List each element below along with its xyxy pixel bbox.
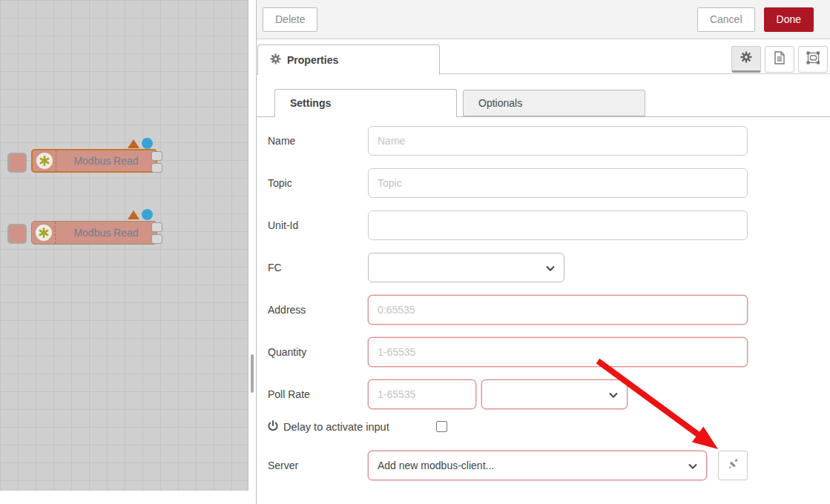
node-output-port-1[interactable] xyxy=(151,151,162,161)
topic-row: Topic xyxy=(257,168,830,198)
tray-resize-grip[interactable] xyxy=(251,354,254,393)
node-changed-dot-icon xyxy=(142,209,153,220)
cancel-button[interactable]: Cancel xyxy=(697,7,755,32)
fc-label: FC xyxy=(268,253,282,282)
server-label: Server xyxy=(268,451,298,480)
quantity-label: Quantity xyxy=(268,337,306,367)
edit-tray: Delete Cancel Done Properties xyxy=(256,0,830,504)
edit-server-button[interactable] xyxy=(718,451,748,480)
quantity-row: Quantity xyxy=(257,337,830,367)
node-icon-strip xyxy=(33,150,56,171)
gear-icon xyxy=(270,53,281,67)
modbus-read-node-1[interactable]: Modbus Read xyxy=(31,149,157,173)
address-row: Address xyxy=(257,295,830,325)
name-row: Name xyxy=(257,126,830,156)
edit-appearance-button[interactable] xyxy=(798,46,828,73)
server-row: Server Add new modbus-client... xyxy=(257,451,830,480)
chevron-down-icon xyxy=(609,388,618,400)
tab-settings[interactable]: Settings xyxy=(274,89,457,117)
edit-properties-button[interactable] xyxy=(731,46,761,73)
node-label: Modbus Read xyxy=(56,155,156,167)
delay-label-text: Delay to activate input xyxy=(283,421,389,433)
poll-rate-unit-select[interactable] xyxy=(481,379,628,409)
name-input[interactable] xyxy=(368,126,748,156)
poll-rate-row: Poll Rate xyxy=(257,379,830,409)
node-icon-strip xyxy=(32,222,56,244)
name-label: Name xyxy=(268,126,295,156)
delay-row: Delay to activate input xyxy=(257,420,830,434)
properties-tab-label: Properties xyxy=(287,54,338,66)
node-label: Modbus Read xyxy=(56,227,157,239)
modbus-node-icon xyxy=(36,225,52,241)
modbus-node-icon xyxy=(36,153,53,169)
fc-row: FC xyxy=(257,253,830,282)
editor-sub-tabs: Settings Optionals xyxy=(257,89,830,117)
poll-rate-label: Poll Rate xyxy=(268,379,310,409)
node-changed-dot-icon xyxy=(142,138,153,149)
tab-optionals[interactable]: Optionals xyxy=(463,90,645,116)
topic-input[interactable] xyxy=(368,168,748,198)
quantity-input[interactable] xyxy=(368,337,748,367)
server-select-value: Add new modbus-client... xyxy=(378,460,494,471)
server-select[interactable]: Add new modbus-client... xyxy=(368,451,707,480)
node-error-triangle-icon xyxy=(128,139,139,148)
address-label: Address xyxy=(268,295,306,325)
edit-description-button[interactable] xyxy=(765,46,794,73)
delete-button[interactable]: Delete xyxy=(263,7,317,32)
delay-checkbox[interactable] xyxy=(436,421,447,432)
address-input[interactable] xyxy=(368,295,748,325)
flow-canvas[interactable]: Modbus Read Modbus Read xyxy=(0,0,248,491)
properties-tab-bar: Properties xyxy=(257,39,830,74)
unit-id-label: Unit-Id xyxy=(268,210,298,240)
document-icon xyxy=(774,51,785,67)
node-left-button[interactable] xyxy=(7,153,27,173)
gear-icon xyxy=(740,51,752,66)
tab-properties[interactable]: Properties xyxy=(257,44,440,75)
pencil-icon xyxy=(728,459,739,473)
tray-icon-buttons xyxy=(731,46,828,73)
tray-toolbar: Delete Cancel Done xyxy=(257,0,830,39)
topic-label: Topic xyxy=(268,168,292,198)
chevron-down-icon xyxy=(546,262,555,273)
unit-id-row: Unit-Id xyxy=(257,210,830,240)
node-appearance-icon xyxy=(806,51,820,67)
chevron-down-icon xyxy=(688,460,697,471)
node-output-port-1[interactable] xyxy=(151,222,162,232)
done-button[interactable]: Done xyxy=(764,7,814,32)
delay-label: Delay to activate input xyxy=(268,420,389,434)
modbus-read-node-2[interactable]: Modbus Read xyxy=(31,221,157,245)
node-output-port-2[interactable] xyxy=(151,163,162,173)
node-red-editor: Modbus Read Modbus Read Delete Cancel Do xyxy=(0,0,830,504)
power-icon xyxy=(268,420,278,434)
unit-id-input[interactable] xyxy=(368,210,748,240)
fc-select[interactable] xyxy=(368,253,564,282)
node-left-button[interactable] xyxy=(7,224,27,244)
node-error-triangle-icon xyxy=(128,210,139,219)
poll-rate-input[interactable] xyxy=(368,379,476,409)
node-output-port-2[interactable] xyxy=(151,234,162,244)
